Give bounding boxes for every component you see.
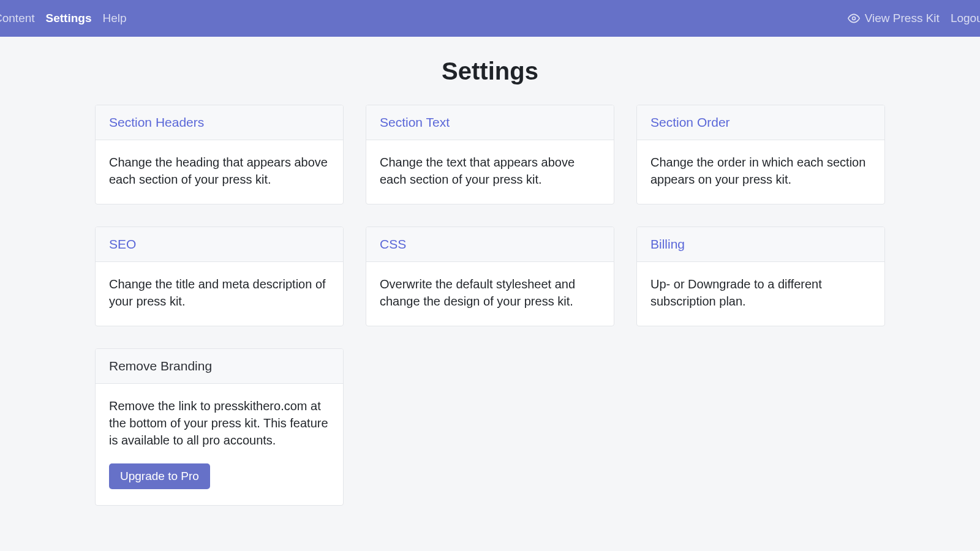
nav-left: Content Settings Help: [0, 8, 127, 29]
card-body-section-headers: Change the heading that appears above ea…: [96, 140, 343, 204]
card-body-billing: Up- or Downgrade to a different subscrip…: [637, 262, 884, 326]
top-navbar: Content Settings Help View Press Kit Log…: [0, 0, 980, 37]
card-header-section-order[interactable]: Section Order: [637, 105, 884, 140]
card-remove-branding: Remove Branding Remove the link to press…: [95, 348, 344, 506]
card-header-section-headers[interactable]: Section Headers: [96, 105, 343, 140]
card-header-billing[interactable]: Billing: [637, 227, 884, 262]
card-body-seo: Change the title and meta description of…: [96, 262, 343, 326]
eye-icon: [848, 12, 860, 24]
card-seo: SEO Change the title and meta descriptio…: [95, 227, 344, 326]
card-section-order: Section Order Change the order in which …: [636, 105, 885, 204]
card-header-section-text[interactable]: Section Text: [366, 105, 614, 140]
view-press-kit-label: View Press Kit: [865, 12, 940, 25]
card-header-seo[interactable]: SEO: [96, 227, 343, 262]
card-css: CSS Overwrite the default stylesheet and…: [366, 227, 614, 326]
card-body-css: Overwrite the default stylesheet and cha…: [366, 262, 614, 326]
nav-help[interactable]: Help: [103, 8, 127, 29]
card-header-css[interactable]: CSS: [366, 227, 614, 262]
nav-settings[interactable]: Settings: [46, 8, 92, 29]
nav-right: View Press Kit Logout: [848, 8, 980, 29]
card-section-text: Section Text Change the text that appear…: [366, 105, 614, 204]
svg-point-0: [852, 17, 855, 20]
remove-branding-desc: Remove the link to presskithero.com at t…: [109, 399, 328, 447]
page-title: Settings: [0, 58, 980, 85]
card-section-headers: Section Headers Change the heading that …: [95, 105, 344, 204]
card-body-section-text: Change the text that appears above each …: [366, 140, 614, 204]
card-body-section-order: Change the order in which each section a…: [637, 140, 884, 204]
card-billing: Billing Up- or Downgrade to a different …: [636, 227, 885, 326]
settings-grid: Section Headers Change the heading that …: [95, 105, 885, 506]
logout-link[interactable]: Logout: [951, 8, 980, 29]
card-header-remove-branding: Remove Branding: [96, 349, 343, 384]
view-press-kit-link[interactable]: View Press Kit: [848, 8, 940, 29]
upgrade-to-pro-button[interactable]: Upgrade to Pro: [109, 463, 210, 489]
card-body-remove-branding: Remove the link to presskithero.com at t…: [96, 384, 343, 505]
nav-content[interactable]: Content: [0, 8, 35, 29]
